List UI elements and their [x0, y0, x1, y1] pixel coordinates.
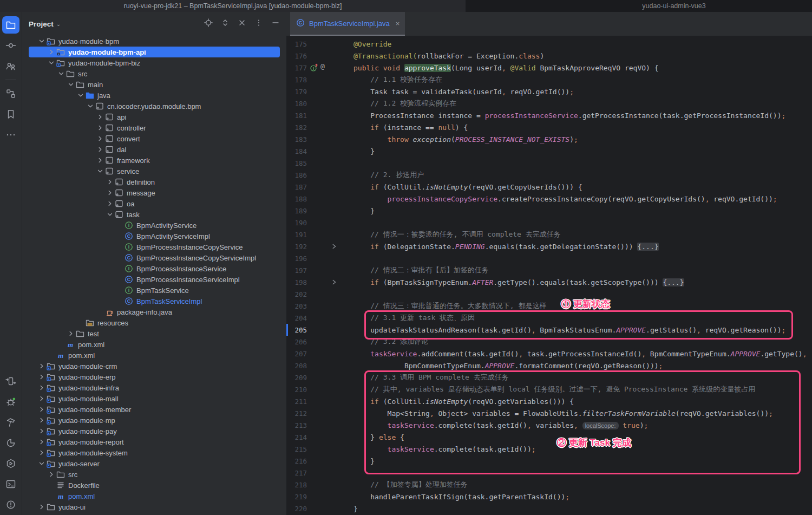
tree-item-yudao-module-bpm-api[interactable]: yudao-module-bpm-api: [22, 47, 286, 57]
fold-expand-icon[interactable]: [330, 243, 338, 252]
chevron-right-icon[interactable]: [37, 438, 46, 446]
tree-item-convert[interactable]: convert: [22, 133, 286, 144]
project-folder-icon[interactable]: [2, 16, 19, 34]
code-line-182[interactable]: 182if (instance == null) {: [286, 121, 812, 133]
code-line-192[interactable]: 192if (DelegationState.PENDING.equals(ta…: [286, 240, 812, 252]
code-line-181[interactable]: 181ProcessInstance instance = processIns…: [286, 109, 812, 121]
chevron-right-icon[interactable]: [96, 123, 104, 132]
code-line-215[interactable]: 215taskService.complete(task.getId());: [286, 443, 812, 455]
code-line-179[interactable]: 179Task task = validateTask(userId, reqV…: [286, 86, 812, 97]
tree-item-src[interactable]: src: [22, 68, 286, 79]
tree-item-yudao-module-erp[interactable]: yudao-module-erp: [22, 371, 286, 382]
chevron-right-icon[interactable]: [37, 383, 46, 392]
chevron-down-icon[interactable]: [67, 80, 75, 89]
chevron-down-icon[interactable]: [37, 459, 46, 468]
locate-icon[interactable]: [204, 18, 213, 29]
code-line-178[interactable]: 178// 1.1 校验任务存在: [286, 74, 812, 86]
tree-item-bpmactivityserviceimpl[interactable]: CBpmActivityServiceImpl: [22, 231, 286, 242]
tree-item-main[interactable]: main: [22, 79, 286, 90]
chevron-right-icon[interactable]: [47, 470, 56, 479]
tree-item-yudao-module-bpm[interactable]: yudao-module-bpm: [22, 36, 286, 47]
code-line-176[interactable]: 176@Transactional(rollbackFor = Exceptio…: [286, 50, 812, 62]
tab-bpmtaskserviceimpl[interactable]: C BpmTaskServiceImpl.java ×: [290, 12, 405, 36]
tree-item-dal[interactable]: dal: [22, 144, 286, 155]
code-line-203[interactable]: 203// 情况三：审批普通的任务。大多数情况下, 都是这样: [286, 300, 812, 312]
tree-item-oa[interactable]: oa: [22, 198, 286, 209]
chevron-right-icon[interactable]: [47, 48, 56, 56]
tree-item-message[interactable]: message: [22, 187, 286, 198]
tree-item-src[interactable]: src: [22, 469, 286, 480]
code-line-184[interactable]: 184}: [286, 145, 812, 157]
chevron-right-icon[interactable]: [96, 145, 104, 154]
tree-item-yudao-module-member[interactable]: yudao-module-member: [22, 404, 286, 415]
tree-item-bpmprocessinstanceserviceimpl[interactable]: CBpmProcessInstanceServiceImpl: [22, 274, 286, 285]
kebab-icon[interactable]: [254, 18, 263, 29]
tree-item-yudao-ui[interactable]: yudao-ui: [22, 501, 286, 512]
fold-expand-icon[interactable]: [330, 278, 338, 288]
hide-icon[interactable]: [271, 18, 280, 29]
code-line-197[interactable]: 197// 情况二：审批有【后】加签的任务: [286, 264, 812, 276]
expand-icon[interactable]: [221, 18, 230, 29]
tree-item-yudao-server[interactable]: yudao-server: [22, 458, 286, 469]
code-line-189[interactable]: 189}: [286, 205, 812, 217]
chevron-down-icon[interactable]: [47, 58, 56, 67]
code-line-185[interactable]: 185: [286, 157, 812, 169]
chevron-right-icon[interactable]: [37, 373, 46, 381]
code-line-210[interactable]: 210// 其中, variables 是存储动态表单到 local 任务级别。…: [286, 383, 812, 395]
collapse-icon[interactable]: [238, 18, 246, 29]
tree-item-bpmactivityservice[interactable]: IBpmActivityService: [22, 220, 286, 231]
code-line-207[interactable]: 207taskService.addComment(task.getId(), …: [286, 348, 812, 360]
tree-item-controller[interactable]: controller: [22, 122, 286, 133]
chevron-right-icon[interactable]: [96, 113, 104, 121]
tree-item-pom-xml[interactable]: mpom.xml: [22, 350, 286, 361]
tree-item-yudao-module-mall[interactable]: yudao-module-mall: [22, 393, 286, 404]
tree-item-java[interactable]: java: [22, 90, 286, 101]
services-icon[interactable]: [2, 455, 19, 472]
chevron-down-icon[interactable]: [37, 37, 46, 45]
bookmarks-icon[interactable]: [2, 106, 19, 123]
code-line-214[interactable]: 214} else {: [286, 431, 812, 443]
tree-item-bpmtaskserviceimpl[interactable]: CBpmTaskServiceImpl: [22, 296, 286, 307]
chevron-right-icon[interactable]: [37, 416, 46, 425]
code-line-177[interactable]: 177I@public void approveTask(Long userId…: [286, 62, 812, 74]
chevron-down-icon[interactable]: ⌄: [56, 21, 61, 27]
chevron-right-icon[interactable]: [106, 178, 114, 186]
debug-icon[interactable]: [2, 393, 19, 410]
code-line-206[interactable]: 206// 3.2 添加评论: [286, 336, 812, 348]
tree-item-dockerfile[interactable]: Dockerfile: [22, 480, 286, 491]
tree-item-bpmprocessinstanceservice[interactable]: IBpmProcessInstanceService: [22, 263, 286, 274]
tree-item-bpmprocessinstancecopyservice[interactable]: IBpmProcessInstanceCopyService: [22, 242, 286, 252]
tree-item-cn-iocoder-yudao-module-bpm[interactable]: cn.iocoder.yudao.module.bpm: [22, 101, 286, 112]
code-line-209[interactable]: 209// 3.3 调用 BPM complete 去完成任务: [286, 371, 812, 383]
tree-item-yudao-module-mp[interactable]: yudao-module-mp: [22, 415, 286, 426]
code-line-183[interactable]: 183throw exception(PROCESS_INSTANCE_NOT_…: [286, 133, 812, 145]
code-line-187[interactable]: 187if (CollUtil.isNotEmpty(reqVO.getCopy…: [286, 181, 812, 193]
tree-item-package-info-java[interactable]: package-info.java: [22, 307, 286, 317]
code-line-205[interactable]: 205updateTaskStatusAndReason(task.getId(…: [286, 324, 812, 336]
build-icon[interactable]: [2, 414, 19, 431]
tree-item-pom-xml[interactable]: mpom.xml: [22, 491, 286, 501]
tree-item-yudao-module-system[interactable]: yudao-module-system: [22, 447, 286, 458]
code-editor[interactable]: ① 更新状态 ② 更新 Task 完成 175@Override176@Tran…: [286, 36, 812, 515]
chevron-down-icon[interactable]: [106, 210, 114, 219]
chevron-right-icon[interactable]: [37, 405, 46, 414]
code-line-211[interactable]: 211if (CollUtil.isNotEmpty(reqVO.getVari…: [286, 395, 812, 407]
project-panel-title[interactable]: Project: [29, 20, 54, 28]
chevron-right-icon[interactable]: [96, 156, 104, 165]
code-line-190[interactable]: 190: [286, 217, 812, 229]
terminal-icon[interactable]: [2, 475, 19, 493]
code-line-208[interactable]: 208BpmCommentTypeEnum.APPROVE.formatComm…: [286, 360, 812, 371]
code-line-216[interactable]: 216}: [286, 455, 812, 467]
commit-icon[interactable]: [2, 37, 19, 54]
tree-item-service[interactable]: service: [22, 166, 286, 177]
code-line-213[interactable]: 213taskService.complete(task.getId(), va…: [286, 419, 812, 431]
chevron-down-icon[interactable]: [86, 102, 95, 110]
code-line-180[interactable]: 180// 1.2 校验流程实例存在: [286, 97, 812, 109]
tree-item-yudao-module-report[interactable]: yudao-module-report: [22, 436, 286, 447]
code-line-175[interactable]: 175@Override: [286, 38, 812, 50]
tree-item-definition[interactable]: definition: [22, 177, 286, 187]
run-icon[interactable]: [2, 373, 19, 390]
chevron-right-icon[interactable]: [67, 329, 75, 338]
code-line-219[interactable]: 219handleParentTaskIfSign(task.getParent…: [286, 491, 812, 503]
code-line-202[interactable]: 202: [286, 288, 812, 300]
